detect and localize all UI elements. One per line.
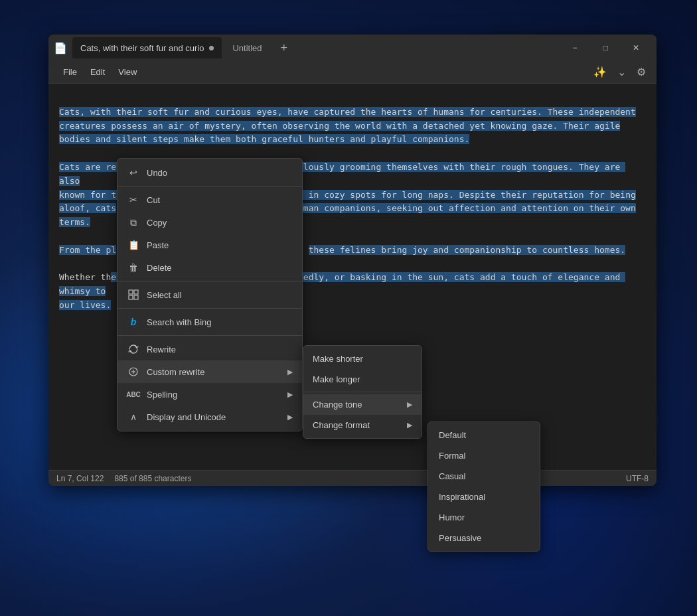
- ctx-spelling-label: Spelling: [147, 390, 287, 400]
- spelling-icon: ABC: [127, 388, 140, 401]
- ctx-display[interactable]: ∧ Display and Unicode ▶: [117, 406, 302, 428]
- submenu1-shorter-label: Make shorter: [313, 354, 412, 364]
- tab-inactive[interactable]: Untitled: [224, 37, 270, 58]
- ctx-undo-label: Undo: [147, 168, 293, 178]
- customrewrite-icon: [127, 365, 140, 378]
- encoding-label: UTF-8: [626, 474, 649, 483]
- text-unselected4: Whether th: [59, 272, 111, 282]
- paste-icon: 📋: [127, 238, 140, 252]
- tone-inspirational-label: Inspirational: [439, 492, 529, 502]
- ctx-display-label: Display and Unicode: [147, 412, 287, 422]
- ctx-undo[interactable]: ↩ Undo: [117, 161, 302, 184]
- ctx-delete-label: Delete: [147, 263, 293, 273]
- ctx-separator-3: [117, 308, 302, 309]
- tone-formal-label: Formal: [439, 451, 529, 461]
- ctx-customrewrite[interactable]: Custom rewrite ▶: [117, 360, 302, 383]
- tone-casual-label: Casual: [439, 471, 529, 481]
- close-button[interactable]: ✕: [621, 37, 651, 58]
- submenu1-changeformat-label: Change format: [313, 420, 407, 430]
- status-bar: Ln 7, Col 122 885 of 885 characters UTF-…: [48, 470, 657, 486]
- selected-text-block5: these felines bring joy and companionshi…: [309, 245, 625, 255]
- cut-icon: ✂: [127, 193, 140, 206]
- tab-active[interactable]: Cats, with their soft fur and curio: [72, 37, 222, 58]
- delete-icon: 🗑: [127, 261, 140, 274]
- app-icon: 📄: [54, 42, 67, 54]
- svg-rect-3: [134, 295, 138, 299]
- settings-icon[interactable]: ⚙: [634, 63, 649, 81]
- ctx-paste[interactable]: 📋 Paste: [117, 234, 302, 256]
- ctx-selectall-label: Select all: [147, 290, 293, 300]
- window-controls: − □ ✕: [560, 37, 651, 58]
- submenu-changetone: Default Formal Casual Inspirational Humo…: [427, 422, 540, 552]
- ctx-cut-label: Cut: [147, 195, 293, 205]
- tab-modified-dot: [209, 46, 214, 50]
- svg-rect-2: [129, 295, 133, 299]
- spelling-arrow: ▶: [287, 390, 293, 399]
- ctx-rewrite[interactable]: Rewrite: [117, 338, 302, 360]
- add-tab-button[interactable]: +: [275, 41, 293, 55]
- tone-default-label: Default: [439, 430, 529, 440]
- chevron-down-icon[interactable]: ⌄: [615, 63, 629, 81]
- ctx-selectall[interactable]: Select all: [117, 283, 302, 306]
- char-count: 885 of 885 characters: [114, 474, 191, 483]
- ctx-copy-label: Copy: [147, 218, 293, 228]
- submenu-customrewrite: Make shorter Make longer Change tone ▶ C…: [303, 345, 422, 439]
- submenu1-changetone-label: Change tone: [313, 400, 407, 410]
- tone-casual[interactable]: Casual: [428, 466, 540, 487]
- tab-inactive-label: Untitled: [232, 43, 262, 53]
- tone-humor-label: Humor: [439, 512, 529, 522]
- context-menu: ↩ Undo ✂ Cut ⧉ Copy 📋 Paste 🗑 Delete Sel…: [117, 158, 303, 431]
- svg-rect-0: [129, 290, 133, 294]
- tone-default[interactable]: Default: [428, 425, 540, 445]
- minimize-button[interactable]: −: [560, 37, 590, 58]
- submenu1-longer-label: Make longer: [313, 374, 412, 384]
- ctx-delete[interactable]: 🗑 Delete: [117, 256, 302, 279]
- tab-active-label: Cats, with their soft fur and curio: [80, 43, 204, 53]
- submenu1-changetone[interactable]: Change tone ▶: [303, 394, 422, 415]
- display-icon: ∧: [127, 410, 140, 424]
- ai-icon[interactable]: ✨: [591, 63, 609, 81]
- ctx-paste-label: Paste: [147, 240, 293, 250]
- changeformat-arrow: ▶: [407, 421, 412, 429]
- ctx-cut[interactable]: ✂ Cut: [117, 189, 302, 211]
- changetone-arrow: ▶: [407, 400, 412, 409]
- customrewrite-arrow: ▶: [287, 368, 293, 376]
- tone-persuasive-label: Persuasive: [439, 533, 529, 543]
- ctx-spelling[interactable]: ABC Spelling ▶: [117, 383, 302, 406]
- menu-bar: File Edit View ✨ ⌄ ⚙: [48, 61, 657, 84]
- ctx-bing-label: Search with Bing: [147, 317, 293, 327]
- selected-text-block4: From the pl: [59, 245, 116, 255]
- ctx-rewrite-label: Rewrite: [147, 345, 293, 354]
- submenu1-longer[interactable]: Make longer: [303, 369, 422, 390]
- submenu1-shorter[interactable]: Make shorter: [303, 348, 422, 369]
- ctx-bing[interactable]: b Search with Bing: [117, 311, 302, 333]
- undo-icon: ↩: [127, 166, 140, 179]
- tone-formal[interactable]: Formal: [428, 445, 540, 466]
- cursor-position: Ln 7, Col 122: [56, 474, 104, 483]
- submenu1-separator: [303, 392, 422, 392]
- svg-rect-1: [134, 290, 138, 294]
- submenu1-changeformat[interactable]: Change format ▶: [303, 415, 422, 435]
- title-bar: 📄 Cats, with their soft fur and curio Un…: [48, 35, 657, 61]
- menu-edit[interactable]: Edit: [84, 64, 112, 80]
- ctx-separator-2: [117, 281, 302, 281]
- selectall-icon: [127, 288, 140, 301]
- tone-inspirational[interactable]: Inspirational: [428, 487, 540, 507]
- ctx-separator-4: [117, 335, 302, 336]
- rewrite-icon: [127, 343, 140, 356]
- maximize-button[interactable]: □: [590, 37, 621, 58]
- ctx-copy[interactable]: ⧉ Copy: [117, 211, 302, 234]
- copy-icon: ⧉: [127, 216, 140, 229]
- ctx-separator-1: [117, 186, 302, 187]
- menu-file[interactable]: File: [56, 64, 84, 80]
- bing-icon: b: [127, 315, 140, 329]
- tone-humor[interactable]: Humor: [428, 507, 540, 528]
- menu-view[interactable]: View: [112, 64, 143, 80]
- ctx-customrewrite-label: Custom rewrite: [147, 367, 287, 377]
- toolbar-icons: ✨ ⌄ ⚙: [591, 63, 649, 81]
- display-arrow: ▶: [287, 413, 293, 422]
- tone-persuasive[interactable]: Persuasive: [428, 528, 540, 548]
